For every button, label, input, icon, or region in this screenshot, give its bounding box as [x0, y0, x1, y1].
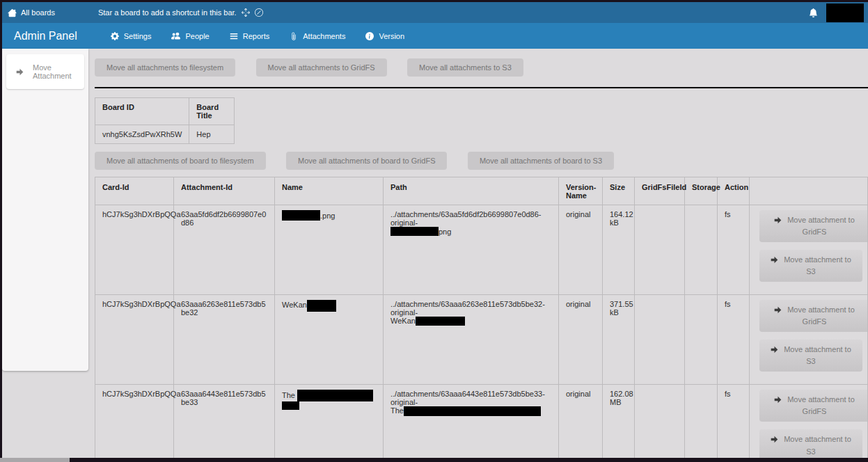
- arrow-right-icon: [774, 396, 782, 404]
- move-board-to-filesystem-button[interactable]: Move all attachments of board to filesys…: [95, 152, 266, 170]
- name-prefix: WeKan: [282, 301, 307, 309]
- attachments-table: Card-Id Attachment-Id Name Path Version-…: [95, 177, 868, 462]
- move-all-to-s3-button[interactable]: Move all attachments to S3: [407, 58, 523, 77]
- path-cell: ../attachments/63aaa6443e811e573db5be33-…: [384, 385, 559, 462]
- gridfsfileid-header: GridFsFileId: [635, 177, 685, 205]
- arrow-right-icon: [774, 306, 782, 314]
- all-boards-link[interactable]: All boards: [8, 8, 55, 17]
- gridfsfileid-cell: [635, 205, 685, 295]
- size-cell: 164.12 kB: [603, 205, 635, 295]
- action-header: Action: [718, 177, 750, 205]
- tab-attachments-label: Attachments: [303, 32, 345, 40]
- row-buttons-cell: Move attachment to GridFS Move attachmen…: [750, 205, 868, 295]
- redacted-name: [282, 210, 320, 221]
- button-label: Move attachment to GridFS: [787, 305, 855, 326]
- sidebar-item-label: Move Attachment: [33, 63, 79, 80]
- move-all-to-gridfs-button[interactable]: Move all attachments to GridFS: [256, 58, 387, 77]
- arrows-move-icon[interactable]: [242, 8, 250, 17]
- redacted-name: [297, 390, 373, 401]
- arrow-right-icon: [771, 256, 778, 264]
- move-all-to-filesystem-button[interactable]: Move all attachments to filesystem: [95, 58, 235, 77]
- gridfsfileid-cell: [635, 385, 685, 462]
- attachment-id-cell: 63aa5fd6df2b6699807e0d86: [174, 205, 275, 295]
- version-name-cell: original: [559, 295, 603, 385]
- gridfsfileid-cell: [635, 295, 685, 385]
- move-attachment-to-gridfs-button[interactable]: Move attachment to GridFS: [759, 390, 868, 422]
- window-edge-top: [0, 0, 868, 2]
- move-attachments-panel: Move all attachments to filesystem Move …: [88, 49, 868, 462]
- tab-people[interactable]: People: [171, 31, 209, 40]
- board-id-header: Board ID: [95, 98, 189, 125]
- tab-reports[interactable]: Reports: [230, 32, 270, 40]
- name-header: Name: [275, 177, 384, 205]
- home-icon: [8, 8, 17, 17]
- tab-people-label: People: [185, 32, 209, 40]
- arrow-right-icon: [771, 436, 778, 443]
- size-header: Size: [603, 177, 635, 205]
- redacted-path: [390, 227, 439, 236]
- top-bar: All boards Star a board to add a shortcu…: [0, 2, 868, 23]
- row-buttons-cell: Move attachment to GridFS Move attachmen…: [750, 295, 868, 385]
- move-attachment-to-s3-button[interactable]: Move attachment to S3: [759, 250, 862, 282]
- name-suffix: .png: [320, 212, 335, 220]
- board-title-header: Board Title: [189, 98, 235, 125]
- card-id-cell: hCJ7kSg3hDXrBpQQa: [95, 385, 174, 462]
- tab-version[interactable]: Version: [365, 32, 404, 40]
- move-attachment-to-gridfs-button[interactable]: Move attachment to GridFS: [759, 210, 868, 242]
- redacted-name: [282, 401, 299, 410]
- version-name-cell: original: [559, 385, 603, 462]
- attachment-row: hCJ7kSg3hDXrBpQQa 63aaa6263e811e573db5be…: [95, 295, 868, 385]
- board-id-value: vnhg5KsZsdPwXRh5W: [95, 125, 189, 144]
- paperclip-icon: [290, 32, 298, 40]
- name-cell: WeKan: [275, 295, 384, 385]
- scrollbar-thumb[interactable]: [0, 458, 70, 462]
- board-move-buttons: Move all attachments of board to filesys…: [95, 152, 868, 170]
- button-label: Move attachment to GridFS: [787, 216, 855, 236]
- card-id-cell: hCJ7kSg3hDXrBpQQa: [95, 295, 174, 385]
- move-attachment-to-s3-button[interactable]: Move attachment to S3: [759, 429, 862, 461]
- size-cell: 371.55 kB: [603, 295, 635, 385]
- storage-cell: [685, 385, 718, 462]
- redacted-name: [307, 300, 336, 312]
- bell-icon[interactable]: [809, 8, 818, 17]
- move-board-to-gridfs-button[interactable]: Move all attachments of board to GridFS: [286, 152, 447, 170]
- redacted-username[interactable]: [826, 3, 864, 22]
- path-line2-prefix: WeKan: [390, 317, 416, 325]
- attachment-row: hCJ7kSg3hDXrBpQQa 63aaa6443e811e573db5be…: [95, 385, 868, 462]
- attachment-id-cell: 63aaa6263e811e573db5be32: [174, 295, 275, 385]
- move-board-to-s3-button[interactable]: Move all attachments of board to S3: [468, 152, 614, 170]
- admin-nav: Settings People Reports Attachments Vers…: [111, 31, 425, 40]
- ban-icon[interactable]: [255, 8, 263, 17]
- horizontal-scrollbar[interactable]: [0, 458, 868, 462]
- name-cell: .png: [275, 205, 384, 295]
- board-shortcut-hint: Star a board to add a shortcut in this b…: [98, 8, 263, 17]
- arrow-right-icon: [774, 216, 782, 224]
- attachments-header-row: Card-Id Attachment-Id Name Path Version-…: [95, 177, 868, 205]
- admin-header: Admin Panel Settings People Reports Atta…: [0, 23, 868, 49]
- tab-settings-label: Settings: [124, 32, 152, 40]
- board-table: Board ID Board Title vnhg5KsZsdPwXRh5W H…: [95, 97, 235, 144]
- tab-settings[interactable]: Settings: [111, 32, 152, 40]
- path-line1: ../attachments/63aaa6263e811e573db5be32-…: [390, 300, 545, 317]
- sidebar-item-move-attachment[interactable]: Move Attachment: [6, 54, 84, 89]
- admin-sidebar: Move Attachment: [2, 49, 88, 371]
- tab-attachments[interactable]: Attachments: [290, 32, 345, 40]
- storage-cell: [685, 295, 718, 385]
- hint-text: Star a board to add a shortcut in this b…: [98, 8, 237, 17]
- card-id-cell: hCJ7kSg3hDXrBpQQa: [95, 205, 174, 295]
- storage-header: Storage: [685, 177, 718, 205]
- button-label: Move attachment to S3: [784, 435, 851, 455]
- action-cell: fs: [718, 385, 750, 462]
- section-divider: [95, 87, 868, 88]
- board-row: vnhg5KsZsdPwXRh5W Hep: [95, 125, 235, 144]
- name-cell: The: [275, 385, 384, 462]
- redacted-path: [416, 317, 465, 326]
- action-cell: fs: [718, 205, 750, 295]
- attachment-id-cell: 63aaa6443e811e573db5be33: [174, 385, 275, 462]
- window-edge-left: [0, 0, 2, 462]
- attachment-id-header: Attachment-Id: [174, 177, 275, 205]
- move-attachment-to-s3-button[interactable]: Move attachment to S3: [759, 340, 862, 372]
- move-attachment-to-gridfs-button[interactable]: Move attachment to GridFS: [759, 300, 868, 332]
- arrow-right-icon: [16, 68, 24, 76]
- version-name-cell: original: [559, 205, 603, 295]
